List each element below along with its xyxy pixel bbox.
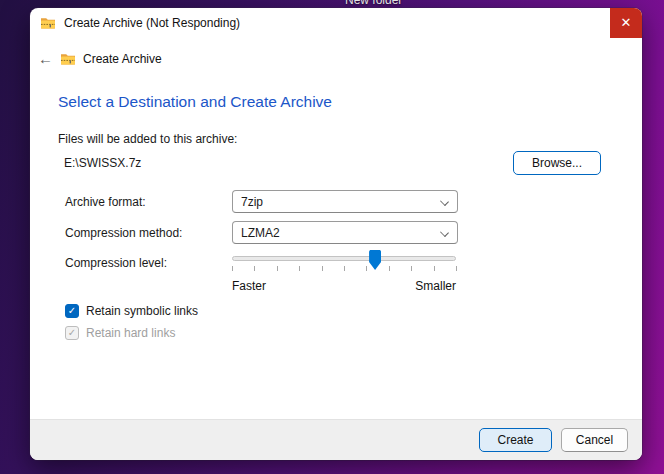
slider-max-label: Smaller (415, 279, 456, 293)
zipper-folder-icon (60, 51, 76, 67)
retain-hard-links-label: Retain hard links (86, 326, 175, 340)
compression-level-label: Compression level: (65, 252, 232, 275)
files-destination-label: Files will be added to this archive: (58, 132, 237, 146)
retain-hard-links-option: ✓ Retain hard links (65, 325, 175, 340)
checkbox-disabled-icon: ✓ (65, 326, 79, 340)
compression-method-select[interactable]: LZMA2 (232, 221, 458, 244)
slider-min-label: Faster (232, 279, 266, 293)
nav-title: Create Archive (83, 52, 162, 66)
back-button[interactable]: ← (38, 50, 60, 67)
window-title: Create Archive (Not Responding) (64, 16, 240, 30)
archive-format-select[interactable]: 7zip (232, 190, 458, 213)
retain-symbolic-links-option[interactable]: ✓ Retain symbolic links (65, 303, 198, 318)
chevron-down-icon (440, 197, 449, 206)
checkbox-checked-icon[interactable]: ✓ (65, 304, 79, 318)
archive-format-value: 7zip (241, 195, 263, 209)
titlebar[interactable]: Create Archive (Not Responding) ✕ (30, 8, 642, 38)
retain-symbolic-links-label: Retain symbolic links (86, 304, 198, 318)
chevron-down-icon (440, 228, 449, 237)
background-window-text: New folder (345, 0, 402, 7)
create-button[interactable]: Create (479, 428, 552, 452)
zipper-folder-icon (40, 15, 56, 31)
compression-method-row: Compression method: LZMA2 (65, 221, 458, 244)
archive-format-row: Archive format: 7zip (65, 190, 458, 213)
archive-format-label: Archive format: (65, 195, 232, 209)
compression-level-row: Compression level: Faster Smaller (65, 252, 458, 302)
slider-track[interactable] (232, 256, 456, 261)
compression-level-slider[interactable]: Faster Smaller (232, 252, 458, 302)
compression-method-value: LZMA2 (241, 226, 280, 240)
page-title: Select a Destination and Create Archive (58, 93, 332, 111)
dialog-footer: Create Cancel (30, 419, 642, 460)
browse-button[interactable]: Browse... (513, 151, 601, 175)
slider-range-labels: Faster Smaller (232, 279, 456, 293)
create-archive-dialog: Create Archive (Not Responding) ✕ ← Crea… (30, 8, 642, 460)
cancel-button[interactable]: Cancel (561, 428, 628, 452)
nav-header: ← Create Archive (38, 50, 162, 67)
slider-tick-marks (232, 266, 457, 271)
close-button[interactable]: ✕ (610, 8, 642, 38)
archive-path-value: E:\SWISSX.7z (64, 156, 141, 170)
desktop: { "desktop": { "background_text": "New f… (0, 0, 664, 474)
compression-method-label: Compression method: (65, 226, 232, 240)
